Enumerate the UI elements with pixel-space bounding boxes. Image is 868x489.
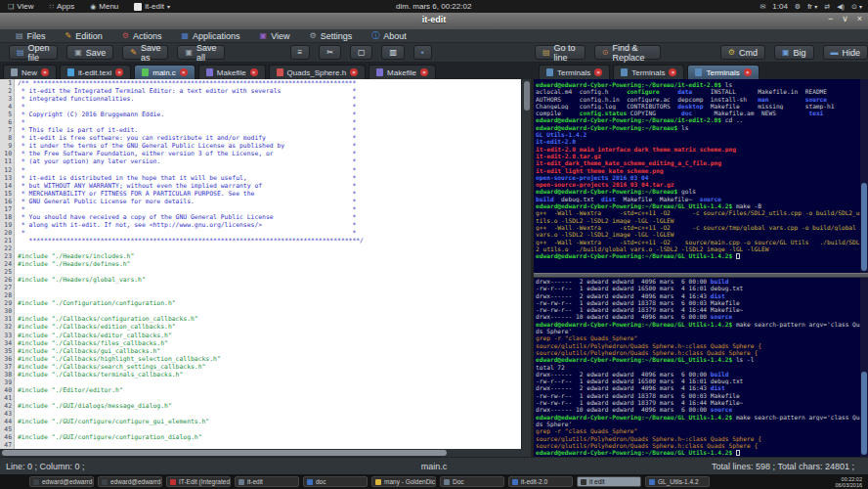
terminal-tab-terminals[interactable]: Terminals× xyxy=(539,65,610,79)
taskbar-item-it-edit[interactable]: it-edit xyxy=(235,476,299,487)
line-number: 6 xyxy=(0,118,15,126)
key-icon[interactable]: ⚙ xyxy=(795,3,801,11)
tab-close-icon[interactable]: × xyxy=(250,68,258,76)
editor-tab-it-edit.texi[interactable]: it-edit.texi× xyxy=(60,65,131,79)
actions-menu-icon: ⚙ xyxy=(122,31,129,40)
terminal-line: drwx------ 10 edward edward 4096 mars 6 … xyxy=(536,406,868,413)
notification-icon[interactable]: ✉ xyxy=(760,3,765,11)
line-number: 21 xyxy=(0,237,15,244)
line-number: 7 xyxy=(0,126,15,134)
gear-icon: ⚙ xyxy=(728,48,735,57)
terminal-tab-terminals[interactable]: Terminals× xyxy=(613,65,684,79)
terminal-line: edward@edwarrd-Cyber-Powering:~/Bureau$ … xyxy=(536,124,868,131)
topbar-active-app-button[interactable]: it-edit ▾ xyxy=(126,0,178,13)
hide-button[interactable]: ▬ Hide xyxy=(823,45,868,60)
taskbar-item-doc[interactable]: doc xyxy=(303,476,368,487)
topbar-clock[interactable]: dim. mars 6, 00:22:02 xyxy=(396,2,471,11)
keyboard-layout-indicator[interactable]: fr ▾ xyxy=(807,2,817,11)
editor-tab-makefile[interactable]: Makefile× xyxy=(198,65,266,79)
tab-close-icon[interactable]: × xyxy=(180,68,188,76)
taskbar-item-label: IT-Edit (Integrated T... xyxy=(179,478,231,485)
code-line: 26#include "./Headers/global_vars.h" xyxy=(0,276,531,284)
code-line: 33#include "./Callbacks/editor_callbacks… xyxy=(0,332,531,339)
big-terminal-button[interactable]: ▣ Big xyxy=(774,45,814,60)
save-all-button[interactable]: ▣ Save all xyxy=(177,45,224,60)
restore-button[interactable]: ∨ xyxy=(842,14,848,23)
code-line: 4 * * xyxy=(0,103,531,111)
volume-icon[interactable]: ◀) xyxy=(837,3,845,11)
windows-icon: ❑ xyxy=(8,3,14,11)
indent-button[interactable]: ≡ xyxy=(290,45,311,60)
it-edit-icon xyxy=(170,479,176,485)
terminal-pane-bottom[interactable]: drwx------ 2 edward edward 4096 mars 6 0… xyxy=(534,278,868,457)
copy-button[interactable]: ▢ xyxy=(350,45,373,60)
editor-tab-quads-sphere.h[interactable]: Quads_Sphere.h× xyxy=(269,65,367,79)
window-title-bar[interactable]: it-edit − ∨ × xyxy=(0,13,868,29)
line-number: 17 xyxy=(0,205,15,213)
code-line: 44#include "./GUI/configure/configure_gu… xyxy=(0,418,531,425)
taskbar-item-edward-edwarrd-c...[interactable]: edward@edwarrd-C... xyxy=(29,476,94,487)
topbar-menu-button[interactable]: ◉ Menu xyxy=(82,0,126,13)
tab-close-icon[interactable]: × xyxy=(744,68,752,76)
taskbar-item-many-goldendict[interactable]: many - GoldenDict xyxy=(371,476,436,487)
file-icon xyxy=(376,68,383,76)
terminal-bottom-scrollbar[interactable] xyxy=(860,278,868,457)
cut-button[interactable]: ✂ xyxy=(319,45,341,60)
open-file-button[interactable]: ▤ Open file xyxy=(9,45,58,60)
menu-bar: ▤Files✎Edition⚙Actions▦Applications▣View… xyxy=(0,29,868,43)
editor-tab-main.c[interactable]: main.c× xyxy=(134,65,195,79)
menu-label: Settings xyxy=(321,31,353,41)
goto-line-button[interactable]: ▤ Go to line xyxy=(535,45,586,60)
network-icon[interactable]: ⇄ xyxy=(824,3,830,11)
toolbar: ▤ Open file ▣ Save ✎ Save as ▣ Save all … xyxy=(0,43,868,63)
terminal-top-scrollbar[interactable] xyxy=(860,79,868,273)
close-button[interactable]: × xyxy=(857,14,862,23)
tab-close-icon[interactable]: × xyxy=(350,68,358,76)
tab-close-icon[interactable]: × xyxy=(41,68,49,76)
tab-close-icon[interactable]: × xyxy=(420,68,428,76)
taskbar-item-doc[interactable]: Doc xyxy=(440,476,504,487)
taskbar-item-edward-edwarrd-c...[interactable]: edward@edwarrd-C... xyxy=(98,476,162,487)
menu-about[interactable]: ⓘAbout xyxy=(362,29,416,42)
editor-tab-makefile[interactable]: Makefile× xyxy=(369,65,436,79)
terminal-tab-terminals[interactable]: Terminals× xyxy=(687,65,759,79)
tab-close-icon[interactable]: × xyxy=(669,68,676,76)
taskbar-item-it-edit[interactable]: it edit xyxy=(577,476,641,487)
menu-edition[interactable]: ✎Edition xyxy=(56,29,112,42)
editor-horizontal-scrollbar[interactable] xyxy=(0,449,531,457)
tab-close-icon[interactable]: × xyxy=(115,68,123,76)
minimize-button[interactable]: − xyxy=(828,14,833,23)
terminal-line: AUTHORS config.h.in configure.ac depcomp… xyxy=(536,96,868,103)
menu-view[interactable]: ▣View xyxy=(250,29,300,42)
chevron-down-icon: ▾ xyxy=(167,3,170,10)
taskbar-item-it-edit-2.0[interactable]: it-edit-2.0 xyxy=(508,476,573,487)
save-button[interactable]: ▣ Save xyxy=(66,45,113,60)
duplicate-button[interactable]: ▪ xyxy=(413,45,432,60)
terminal-line: drwx------ 2 edward edward 4096 mars 4 1… xyxy=(536,292,868,299)
menu-actions[interactable]: ⚙Actions xyxy=(112,29,172,42)
terminal-icon xyxy=(546,68,553,76)
menu-applications[interactable]: ▦Applications xyxy=(172,29,250,42)
topbar-apps-button[interactable]: ∷ Apps xyxy=(41,0,82,13)
tab-label: Makefile xyxy=(387,68,416,77)
menu-settings[interactable]: ⚙Settings xyxy=(300,29,363,42)
file-icon xyxy=(206,68,213,76)
editor-vertical-scrollbar[interactable] xyxy=(521,79,531,449)
cmd-button[interactable]: ⚙ Cmd xyxy=(720,45,765,60)
tab-close-icon[interactable]: × xyxy=(594,68,602,76)
copy-icon: ▢ xyxy=(358,48,366,57)
save-as-button[interactable]: ✎ Save as xyxy=(122,45,168,60)
desktop: ❑ View ∷ Apps ◉ Menu it-edit ▾ dim. mars… xyxy=(0,0,868,489)
find-replace-button[interactable]: ⊙ Find & Replace xyxy=(594,45,661,60)
taskbar-item-it-edit-integrated-t...[interactable]: IT-Edit (Integrated T... xyxy=(166,476,231,487)
terminal-pane-top[interactable]: edward@edwarrd-Cyber-Powering:~/Bureau/i… xyxy=(534,79,868,273)
terminal-line: it-edit-2.0 xyxy=(536,138,868,145)
power-menu[interactable]: ⊙ ▾ xyxy=(851,2,862,11)
editor-view[interactable]: 1/** ***********************************… xyxy=(0,79,531,449)
taskbar-item-gl-utils-1.4.2[interactable]: GL_Utils-1.4.2 xyxy=(645,476,710,487)
terminal-line: -rw-rw-r-- 1 edward edward 18379 mars 4 … xyxy=(536,399,868,406)
topbar-view-button[interactable]: ❑ View xyxy=(0,0,41,13)
menu-files[interactable]: ▤Files xyxy=(6,29,56,42)
editor-tab-new[interactable]: New× xyxy=(3,65,57,79)
paste-button[interactable]: ▥ xyxy=(381,45,405,60)
